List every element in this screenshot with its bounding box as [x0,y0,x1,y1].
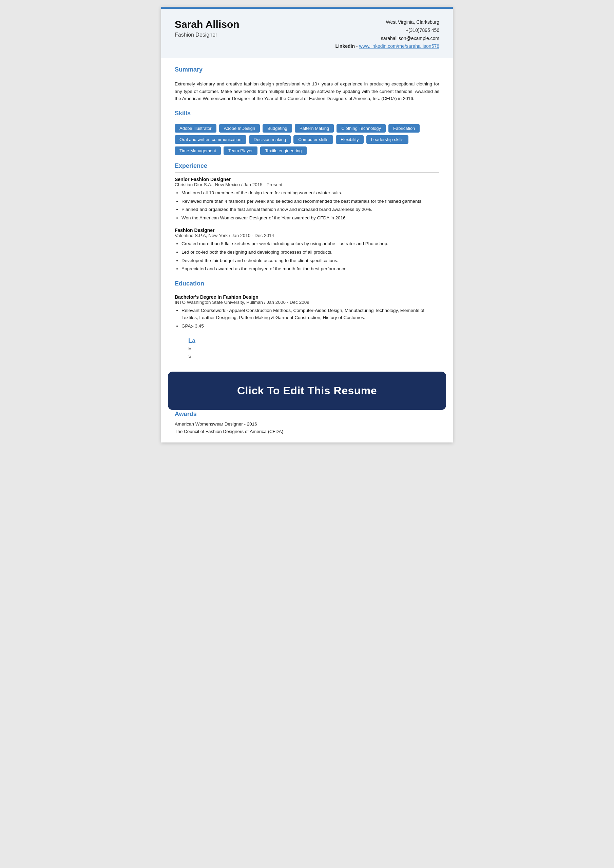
awards-text: American Womenswear Designer - 2016The C… [175,420,439,436]
job-title: Senior Fashion Designer [175,177,439,182]
awards-title: Awards [175,411,439,418]
partial-languages-title: La [188,337,426,344]
summary-text: Extremely visionary and creative fashion… [175,81,439,102]
skill-badge: Pattern Making [295,124,334,133]
edu-school: INTO Washington State University, Pullma… [175,300,439,305]
skill-badge: Clothing Technology [337,124,386,133]
partial-english: E [188,346,426,351]
job-bullet: Monitored all 10 members of the design t… [182,189,439,197]
email: sarahallison@example.com [335,34,439,43]
skill-badge: Adobe Illustrator [175,124,216,133]
candidate-title: Fashion Designer [175,32,239,38]
skill-badge: Budgeting [263,124,292,133]
job-bullet: Planned and organized the first annual f… [182,206,439,213]
job-bullet: Created more than 5 flat sketches per we… [182,240,439,248]
skills-section: Skills Adobe IllustratorAdobe InDesignBu… [175,110,439,155]
awards-container: AwardsAmerican Womenswear Designer - 201… [175,411,439,436]
skills-title: Skills [175,110,439,117]
skill-badge: Textile engineering [260,146,306,155]
skill-badge: Oral and written communication [175,135,246,144]
summary-divider [175,76,439,76]
linkedin-url[interactable]: www.linkedin.com/me/sarahallison578 [359,43,439,49]
job-bullet: Appreciated and awarded as the employee … [182,265,439,273]
award-item: American Womenswear Designer - 2016 [175,420,439,428]
job-bullet: Led or co-led both the designing and dev… [182,248,439,256]
candidate-name: Sarah Allison [175,18,239,31]
job-bullet: Won the American Womenswear Designer of … [182,214,439,222]
job-company: Christian Dior S.A., New Mexico / Jan 20… [175,182,439,187]
header: Sarah Allison Fashion Designer West Virg… [161,9,453,58]
edu-degree: Bachelor's Degree In Fashion Design [175,294,439,300]
experience-title: Experience [175,163,439,169]
skill-badge: Time Management [175,146,221,155]
skill-badge: Leadership skills [366,135,409,144]
skill-badge: Team Player [224,146,258,155]
education-container: Bachelor's Degree In Fashion DesignINTO … [175,294,439,330]
skills-container: Adobe IllustratorAdobe InDesignBudgeting… [175,124,439,155]
job-bullet: Developed the fair budget and schedule a… [182,257,439,265]
cta-text[interactable]: Click To Edit This Resume [175,384,439,397]
skill-badge: Decision making [249,135,291,144]
cta-overlay[interactable]: Click To Edit This Resume [168,372,446,410]
header-right: West Virginia, Clarksburg +(310)7895 456… [335,18,439,51]
awards-section: AwardsAmerican Womenswear Designer - 201… [161,411,453,443]
job-bullets: Created more than 5 flat sketches per we… [182,240,439,272]
linkedin-line: LinkedIn - www.linkedin.com/me/sarahalli… [335,42,439,51]
experience-item: Senior Fashion DesignerChristian Dior S.… [175,177,439,222]
summary-section: Summary Extremely visionary and creative… [175,66,439,102]
job-title: Fashion Designer [175,228,439,233]
experience-section: Experience Senior Fashion DesignerChrist… [175,163,439,273]
job-bullet: Reviewed more than 4 fashions per week a… [182,198,439,205]
edu-bullet: GPA:- 3.45 [182,322,439,330]
experience-item: Fashion DesignerValentino S.P.A, New Yor… [175,228,439,272]
skill-badge: Adobe InDesign [219,124,260,133]
main-content: Summary Extremely visionary and creative… [161,58,453,371]
phone: +(310)7895 456 [335,26,439,34]
education-title: Education [175,280,439,287]
header-left: Sarah Allison Fashion Designer [175,18,239,38]
linkedin-separator: - [355,43,359,49]
edu-bullets: Relevant Coursework:- Apparel Constructi… [182,307,439,330]
partial-spanish: S [188,353,426,359]
job-company: Valentino S.P.A, New York / Jan 2010 - D… [175,233,439,238]
experience-container: Senior Fashion DesignerChristian Dior S.… [175,177,439,273]
skill-badge: Fabrication [389,124,420,133]
skill-badge: Computer skills [294,135,333,144]
education-divider [175,290,439,290]
job-bullets: Monitored all 10 members of the design t… [182,189,439,222]
resume-container: Sarah Allison Fashion Designer West Virg… [161,7,453,442]
education-item: Bachelor's Degree In Fashion DesignINTO … [175,294,439,330]
location: West Virginia, Clarksburg [335,18,439,26]
edu-bullet: Relevant Coursework:- Apparel Constructi… [182,307,439,321]
partial-languages: La E S [175,337,439,359]
experience-divider [175,172,439,173]
skill-badge: Flexibility [336,135,363,144]
linkedin-label: LinkedIn [335,43,355,49]
award-item: The Council of Fashion Designers of Amer… [175,428,439,436]
summary-title: Summary [175,66,439,73]
education-section: Education Bachelor's Degree In Fashion D… [175,280,439,330]
